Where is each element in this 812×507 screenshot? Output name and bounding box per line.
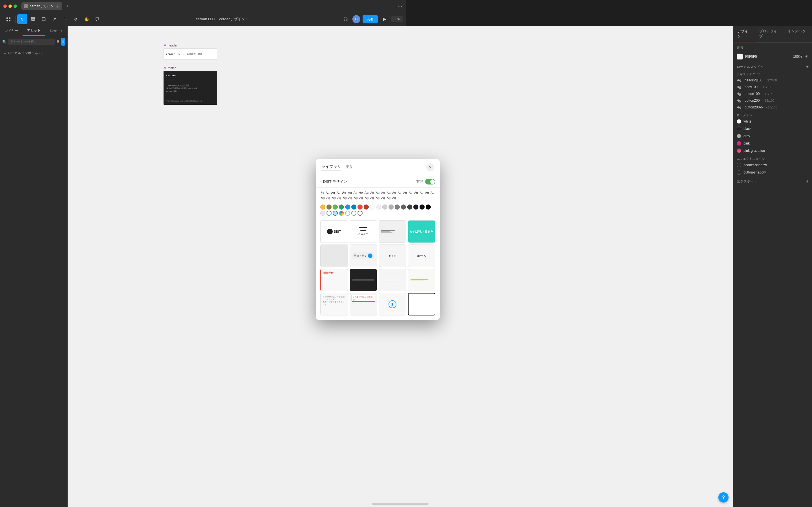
- font-swatch-9[interactable]: Ag: [364, 190, 369, 195]
- font-swatch-12[interactable]: Ag: [380, 190, 386, 195]
- font-swatch-26[interactable]: Ag: [342, 195, 347, 200]
- tab-favicon: [24, 4, 28, 8]
- tab-bar: ceroanデザイン ✕ +: [21, 2, 71, 10]
- modal-tab-updates[interactable]: 更新: [346, 164, 354, 170]
- component-thumb-dots[interactable]: [378, 244, 406, 253]
- font-swatch-1[interactable]: Ag: [320, 190, 324, 195]
- footer-frame: ❖ footer ceroan 〒000-0000 東京都渋谷区東京都渋谷区をは…: [163, 71, 217, 105]
- color-circle-gray1[interactable]: [382, 205, 388, 210]
- font-swatch-11[interactable]: Ag: [375, 190, 380, 195]
- panel-content: ▶ ローカルコンポーネント: [0, 47, 67, 253]
- component-thumb-menu[interactable]: メニュー: [350, 220, 377, 243]
- font-swatch-31[interactable]: Ag: [370, 195, 374, 200]
- font-swatch-15[interactable]: Ag: [397, 190, 402, 195]
- font-swatch-28[interactable]: Ag: [353, 195, 358, 200]
- color-circle-offwhite[interactable]: [320, 211, 325, 216]
- font-swatch-7[interactable]: Ag: [353, 190, 358, 195]
- svg-rect-4: [31, 17, 33, 18]
- font-swatch-23[interactable]: Ag: [326, 195, 331, 200]
- font-swatch-35[interactable]: Ag: [392, 195, 396, 200]
- font-swatch-29[interactable]: Ag: [359, 195, 363, 200]
- component-thumb-nav-links[interactable]: [378, 220, 406, 243]
- new-tab-button[interactable]: +: [63, 2, 71, 10]
- headphone-button[interactable]: 🎧: [341, 15, 350, 24]
- color-circle-lightgray[interactable]: [376, 205, 381, 210]
- font-swatch-16[interactable]: Ag: [403, 190, 406, 195]
- font-swatches: Ag Ag Ag Ag Ag Ag Ag Ag Ag Ag Ag Ag Ag A…: [316, 187, 406, 203]
- component-thumb-empty1[interactable]: [320, 244, 348, 253]
- font-swatch-2[interactable]: Ag: [325, 190, 330, 195]
- font-swatch-4[interactable]: Ag: [336, 190, 341, 195]
- pen-tool-button[interactable]: [49, 14, 59, 24]
- font-swatch-14[interactable]: Ag: [392, 190, 396, 195]
- color-ring-lightblue[interactable]: [333, 211, 338, 216]
- color-ring-blue[interactable]: [326, 211, 332, 216]
- font-swatch-5[interactable]: Ag: [342, 190, 347, 195]
- color-circle-white[interactable]: [370, 205, 375, 210]
- tab-label: ceroanデザイン: [30, 4, 54, 9]
- tab-close[interactable]: ✕: [56, 4, 59, 8]
- color-circle-yellow[interactable]: [320, 205, 325, 210]
- color-circle-teal[interactable]: [339, 205, 344, 210]
- comment-tool-button[interactable]: [92, 14, 102, 24]
- local-components-section[interactable]: ▶ ローカルコンポーネント: [2, 50, 65, 57]
- font-swatch-30[interactable]: Ag: [364, 195, 369, 200]
- share-button[interactable]: 共有: [363, 15, 378, 23]
- color-circle-brown[interactable]: [326, 205, 332, 210]
- color-circle-blue1[interactable]: [345, 205, 350, 210]
- shape-tool-button[interactable]: [39, 14, 49, 24]
- breadcrumb-separator: /: [216, 17, 218, 21]
- traffic-light-green[interactable]: [13, 4, 17, 8]
- font-swatch-27[interactable]: Ag: [348, 195, 352, 200]
- text-tool-button[interactable]: T: [60, 14, 70, 24]
- play-button[interactable]: ▶: [380, 15, 389, 24]
- component-thumb-detail-open[interactable]: 詳細を開く ›: [350, 244, 377, 253]
- nav-line-3: [381, 232, 393, 233]
- grid-view-button[interactable]: ⊞: [61, 38, 65, 46]
- modal-tab-library[interactable]: ライブラリ: [321, 164, 341, 170]
- color-circle-gray2[interactable]: [389, 205, 394, 210]
- font-swatch-32[interactable]: Ag: [375, 195, 380, 200]
- color-circle-darkred[interactable]: [364, 205, 369, 210]
- font-swatch-6[interactable]: Ag: [347, 190, 352, 195]
- traffic-light-yellow[interactable]: [8, 4, 12, 8]
- tab-ceroan[interactable]: ceroanデザイン ✕: [21, 2, 62, 10]
- list-view-button[interactable]: ☰: [56, 38, 60, 46]
- move-tool-button[interactable]: [17, 14, 28, 24]
- font-swatch-34[interactable]: Ag: [386, 195, 391, 200]
- color-ring-empty2[interactable]: [351, 211, 356, 216]
- tab-layers[interactable]: レイヤー: [0, 26, 22, 36]
- tab-design[interactable]: Design ▾: [45, 26, 67, 36]
- zoom-indicator[interactable]: 30%: [391, 16, 403, 22]
- color-ring-empty1[interactable]: [345, 211, 350, 216]
- more-button[interactable]: ···: [398, 3, 403, 9]
- font-swatch-22[interactable]: Ag: [320, 195, 325, 200]
- color-circle-green[interactable]: [333, 205, 338, 210]
- breadcrumb: ceroan LLC / ceroanデザイン ▾: [196, 17, 248, 22]
- color-ring-multi[interactable]: [339, 211, 344, 216]
- color-ring-empty3[interactable]: [357, 211, 363, 216]
- frame-tool-button[interactable]: [28, 14, 38, 24]
- font-swatch-10[interactable]: Ag: [370, 190, 374, 195]
- color-circle-gray4[interactable]: [401, 205, 406, 210]
- hand-tool-button[interactable]: ✋: [82, 14, 92, 24]
- font-swatch-33[interactable]: Ag: [380, 195, 386, 200]
- toolbar-center: ceroan LLC / ceroanデザイン ▾: [103, 17, 341, 22]
- color-circle-blue2[interactable]: [351, 205, 356, 210]
- font-swatch-24[interactable]: Ag: [331, 195, 336, 200]
- back-button[interactable]: ‹ DIST デザイン: [320, 179, 347, 184]
- tab-assets[interactable]: アセット: [22, 26, 45, 36]
- nav-line-1: [381, 230, 395, 231]
- component-tool-button[interactable]: [71, 14, 81, 24]
- main-menu-button[interactable]: [3, 14, 13, 24]
- font-swatch-8[interactable]: Ag: [358, 190, 363, 195]
- font-swatch-3[interactable]: Ag: [331, 190, 335, 195]
- component-thumb-dist-logo[interactable]: DIST: [320, 220, 348, 243]
- breadcrumb-current[interactable]: ceroanデザイン ▾: [219, 17, 248, 22]
- color-circle-gray3[interactable]: [395, 205, 400, 210]
- search-input[interactable]: [8, 39, 55, 45]
- font-swatch-25[interactable]: Ag: [337, 195, 342, 200]
- traffic-light-red[interactable]: [3, 4, 7, 8]
- color-circle-red[interactable]: [357, 205, 363, 210]
- font-swatch-13[interactable]: Ag: [386, 190, 391, 195]
